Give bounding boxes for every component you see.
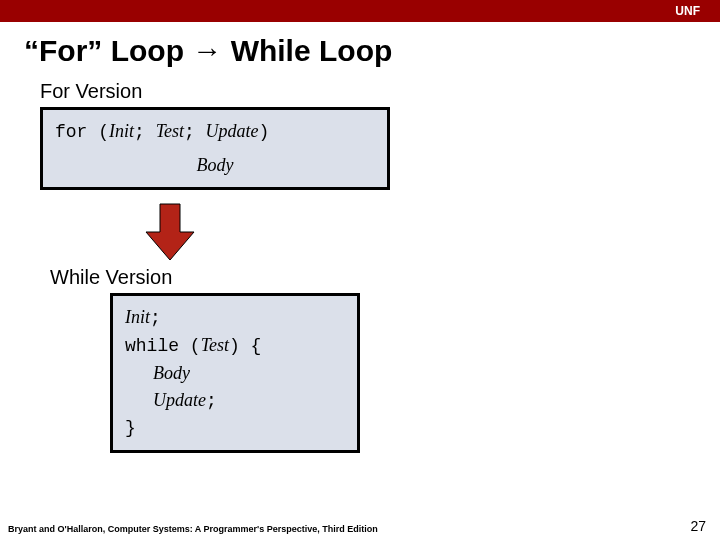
- for-code-box: for (Init; Test; Update) Body: [40, 107, 390, 190]
- for-semi2: ;: [184, 122, 206, 142]
- while-update: Update: [153, 390, 206, 410]
- header-bar: UNF: [0, 0, 720, 22]
- while-body: Body: [125, 360, 345, 387]
- while-init-semi: ;: [150, 308, 161, 328]
- while-init-line: Init;: [125, 304, 345, 332]
- for-line-1: for (Init; Test; Update): [55, 118, 375, 146]
- title-arrow-icon: →: [192, 34, 222, 67]
- title-for: For: [39, 34, 87, 67]
- while-keyword: while: [125, 336, 190, 356]
- while-test: Test: [201, 335, 229, 355]
- while-section: While Version Init; while (Test) { Body …: [0, 266, 720, 453]
- for-keyword: for: [55, 122, 98, 142]
- while-rbrace: }: [125, 415, 345, 442]
- while-test-line: while (Test) {: [125, 332, 345, 360]
- for-lparen: (: [98, 122, 109, 142]
- title-loop1: Loop: [102, 34, 192, 67]
- while-lbrace: {: [251, 336, 262, 356]
- for-init: Init: [109, 121, 134, 141]
- footer-citation: Bryant and O'Hallaron, Computer Systems:…: [8, 524, 378, 534]
- while-rparen: ): [229, 336, 251, 356]
- page-number: 27: [690, 518, 706, 534]
- slide-title: “For” Loop → While Loop: [0, 22, 720, 76]
- for-test: Test: [156, 121, 184, 141]
- title-quote-close: ”: [87, 34, 102, 67]
- down-arrow-icon: [140, 202, 200, 262]
- for-version-label: For Version: [0, 80, 720, 103]
- while-update-line: Update;: [125, 387, 345, 415]
- for-body: Body: [197, 155, 234, 175]
- while-code-box: Init; while (Test) { Body Update; }: [110, 293, 360, 453]
- header-tag: UNF: [675, 4, 700, 18]
- for-rparen: ): [259, 122, 270, 142]
- while-update-semi: ;: [206, 391, 217, 411]
- for-update: Update: [206, 121, 259, 141]
- title-quote-open: “: [24, 34, 39, 67]
- while-lparen: (: [190, 336, 201, 356]
- for-body-line: Body: [55, 146, 375, 179]
- title-loop2: While Loop: [222, 34, 392, 67]
- for-semi1: ;: [134, 122, 156, 142]
- while-version-label: While Version: [0, 266, 720, 289]
- while-init: Init: [125, 307, 150, 327]
